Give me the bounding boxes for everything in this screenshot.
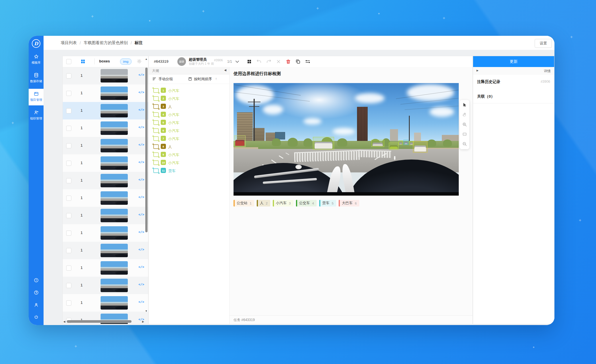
bounding-box[interactable]	[403, 140, 408, 145]
annotation-item[interactable]: 4 小汽车	[149, 110, 229, 118]
horizontal-scrollbar[interactable]: ◀ ▶	[63, 320, 145, 323]
zoom-in-tool-button[interactable]	[460, 119, 469, 129]
update-button[interactable]: 更新	[473, 56, 554, 67]
select-all-checkbox[interactable]	[66, 59, 71, 64]
app-logo[interactable]: D	[32, 39, 40, 48]
bounding-box[interactable]	[413, 141, 427, 153]
code-icon[interactable]: </>	[138, 143, 144, 147]
code-icon[interactable]: </>	[138, 196, 144, 199]
fit-to-screen-button[interactable]	[460, 129, 469, 139]
annotation-item[interactable]: 7 小汽车	[149, 134, 229, 142]
list-item[interactable]: 1 </>	[63, 67, 148, 84]
scroll-up-arrow[interactable]: ▲	[145, 58, 148, 60]
list-item[interactable]: 1 </>	[63, 242, 148, 259]
account-button[interactable]	[29, 300, 44, 311]
list-item[interactable]: 1 </>	[63, 172, 148, 189]
type-badge[interactable]: img	[120, 58, 132, 65]
relations-section[interactable]: 关联（0）	[473, 89, 554, 103]
avatar[interactable]: 超级	[177, 57, 186, 66]
column-title[interactable]: boxes	[99, 59, 110, 63]
row-thumbnail[interactable]	[101, 156, 128, 170]
row-checkbox[interactable]	[66, 73, 71, 78]
transfer-button[interactable]	[305, 59, 310, 64]
breadcrumb-project-name[interactable]: 车载图看前方的景色辨别	[84, 40, 128, 46]
annotation-item[interactable]: 9 小汽车	[149, 150, 229, 158]
code-icon[interactable]: </>	[138, 265, 144, 269]
annotation-item[interactable]: 11 货车	[149, 166, 229, 174]
row-thumbnail[interactable]	[101, 69, 128, 82]
settings-button[interactable]: 设置	[535, 39, 552, 48]
group-mode-select[interactable]: 手动分组	[158, 77, 173, 82]
row-thumbnail[interactable]	[101, 244, 128, 257]
annotation-item[interactable]: 2 小汽车	[149, 94, 229, 102]
expand-icon[interactable]: ▶	[477, 69, 479, 72]
list-item[interactable]: 1 </>	[63, 207, 148, 224]
bounding-box[interactable]	[234, 135, 246, 147]
scroll-right-arrow[interactable]: ▶	[142, 320, 144, 323]
row-checkbox[interactable]	[66, 108, 71, 113]
code-icon[interactable]: </>	[138, 300, 144, 304]
row-thumbnail[interactable]	[101, 104, 128, 117]
grid-view-icon[interactable]	[81, 59, 85, 64]
code-icon[interactable]: </>	[138, 73, 144, 77]
label-tag[interactable]: 人 2	[257, 200, 270, 206]
list-item[interactable]: 1 </>	[63, 154, 148, 172]
detail-toggle-row[interactable]: ▶ 详情	[473, 67, 554, 75]
label-tag[interactable]: 货车 5	[319, 200, 336, 206]
code-icon[interactable]: </>	[138, 283, 144, 286]
label-tag[interactable]: 小汽车 3	[273, 200, 293, 206]
reset-button[interactable]	[276, 59, 281, 64]
annotation-item[interactable]: 6 小汽车	[149, 126, 229, 134]
bounding-box[interactable]	[371, 140, 384, 147]
row-checkbox[interactable]	[66, 161, 71, 166]
row-checkbox[interactable]	[66, 178, 71, 183]
row-thumbnail[interactable]	[101, 139, 128, 152]
row-checkbox[interactable]	[66, 213, 71, 218]
annotation-item[interactable]: 1 小汽车	[149, 86, 229, 94]
row-checkbox[interactable]	[66, 248, 71, 253]
sort-direction-icon[interactable]: ↑	[215, 77, 217, 81]
sidebar-item-data-storage[interactable]: 数据存储	[29, 70, 44, 87]
code-icon[interactable]: </>	[138, 231, 144, 234]
label-tag[interactable]: 公交车 4	[296, 200, 317, 206]
list-item[interactable]: 1 </>	[63, 294, 148, 312]
bounding-box[interactable]	[313, 137, 334, 150]
delete-button[interactable]	[286, 59, 291, 64]
scroll-left-arrow[interactable]: ◀	[63, 320, 65, 323]
pan-tool-button[interactable]	[460, 110, 469, 119]
row-checkbox[interactable]	[66, 265, 71, 271]
list-item[interactable]: 1 </>	[63, 224, 148, 242]
row-checkbox[interactable]	[66, 143, 71, 148]
label-tag[interactable]: 大巴车 6	[339, 200, 359, 206]
bounding-box[interactable]	[389, 143, 399, 150]
row-checkbox[interactable]	[66, 196, 71, 201]
annotation-item[interactable]: 5 小汽车	[149, 118, 229, 126]
row-thumbnail[interactable]	[101, 279, 128, 292]
duplicate-button[interactable]	[295, 59, 301, 64]
bounding-box[interactable]	[399, 140, 403, 145]
list-item[interactable]: 1 </>	[63, 277, 148, 294]
row-thumbnail[interactable]	[101, 296, 128, 310]
row-thumbnail[interactable]	[101, 174, 128, 187]
view-all-button[interactable]	[247, 59, 252, 64]
sidebar-item-project-management[interactable]: 项目管理	[29, 89, 44, 105]
help-button[interactable]	[29, 287, 44, 299]
annotation-item[interactable]: 8 人	[149, 142, 229, 150]
row-checkbox[interactable]	[66, 231, 71, 236]
undo-button[interactable]	[256, 59, 262, 64]
list-item[interactable]: 1 </>	[63, 84, 148, 102]
annotation-item[interactable]: 3 人	[149, 102, 229, 110]
code-icon[interactable]: </>	[138, 91, 144, 94]
sort-mode-select[interactable]: 按时间排序	[194, 77, 212, 82]
list-item[interactable]: 1 </>	[63, 189, 148, 207]
collapse-outline-icon[interactable]: ◀	[224, 68, 226, 72]
code-icon[interactable]: </>	[138, 161, 144, 164]
redo-button[interactable]	[266, 59, 271, 64]
code-icon[interactable]: </>	[138, 126, 144, 129]
vertical-scrollbar[interactable]	[145, 68, 148, 232]
annotations-dropdown-button[interactable]	[235, 59, 240, 64]
annotation-history-section[interactable]: 注释历史记录 #3906	[473, 75, 554, 90]
sidebar-item-templates[interactable]: 模板库	[29, 52, 44, 68]
info-button[interactable]	[29, 275, 44, 286]
code-icon[interactable]: </>	[138, 178, 144, 182]
